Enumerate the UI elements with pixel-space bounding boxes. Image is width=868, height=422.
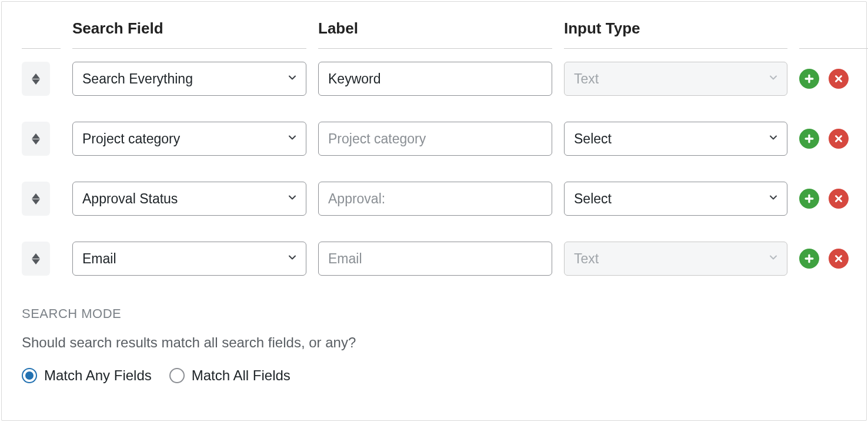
- remove-row-button[interactable]: [829, 69, 849, 89]
- sort-down-icon: [32, 79, 40, 85]
- search-mode-description: Should search results match all search f…: [22, 334, 846, 351]
- add-row-button[interactable]: [799, 249, 819, 269]
- select-value: Text: [574, 251, 599, 267]
- row-actions: [799, 69, 868, 89]
- row-actions: [799, 249, 868, 269]
- select-value: Text: [574, 71, 599, 87]
- drag-handle[interactable]: [22, 122, 50, 156]
- radio-indicator: [169, 368, 185, 383]
- search-fields-panel: Search Field Label Input Type Search Eve…: [1, 1, 867, 421]
- remove-row-button[interactable]: [829, 189, 849, 209]
- search-field-select[interactable]: Email: [72, 242, 306, 276]
- sort-up-icon: [32, 133, 40, 139]
- sort-down-icon: [32, 199, 40, 205]
- row-actions: [799, 189, 868, 209]
- radio-label: Match Any Fields: [44, 367, 152, 384]
- drag-handle[interactable]: [22, 182, 50, 216]
- add-row-button[interactable]: [799, 69, 819, 89]
- radio-match-any[interactable]: Match Any Fields: [22, 367, 152, 384]
- select-value: Select: [574, 131, 612, 147]
- search-field-select[interactable]: Search Everything: [72, 62, 306, 96]
- label-input[interactable]: [318, 242, 552, 276]
- column-header-search-field: Search Field: [72, 19, 306, 49]
- radio-indicator: [22, 368, 37, 383]
- input-type-select: Text: [564, 62, 787, 96]
- remove-row-button[interactable]: [829, 129, 849, 149]
- radio-match-all[interactable]: Match All Fields: [169, 367, 291, 384]
- row-actions: [799, 129, 868, 149]
- header-spacer: [799, 19, 868, 49]
- add-row-button[interactable]: [799, 189, 819, 209]
- sort-up-icon: [32, 253, 40, 259]
- header-spacer: [22, 19, 61, 49]
- column-header-label: Label: [318, 19, 552, 49]
- select-value: Search Everything: [82, 71, 193, 87]
- select-value: Select: [574, 191, 612, 207]
- label-input[interactable]: [318, 182, 552, 216]
- sort-up-icon: [32, 193, 40, 199]
- search-field-select[interactable]: Approval Status: [72, 182, 306, 216]
- search-mode-title: SEARCH MODE: [22, 306, 846, 321]
- radio-label: Match All Fields: [192, 367, 291, 384]
- select-value: Project category: [82, 131, 180, 147]
- remove-row-button[interactable]: [829, 249, 849, 269]
- input-type-select[interactable]: Select: [564, 182, 787, 216]
- search-mode-radio-group: Match Any Fields Match All Fields: [22, 367, 846, 384]
- search-fields-grid: Search Field Label Input Type Search Eve…: [22, 19, 846, 289]
- label-input[interactable]: [318, 62, 552, 96]
- input-type-select[interactable]: Select: [564, 122, 787, 156]
- sort-down-icon: [32, 139, 40, 145]
- sort-down-icon: [32, 259, 40, 264]
- sort-up-icon: [32, 73, 40, 79]
- input-type-select: Text: [564, 242, 787, 276]
- select-value: Approval Status: [82, 191, 178, 207]
- add-row-button[interactable]: [799, 129, 819, 149]
- radio-dot: [25, 371, 34, 380]
- select-value: Email: [82, 251, 116, 267]
- drag-handle[interactable]: [22, 62, 50, 96]
- drag-handle[interactable]: [22, 242, 50, 276]
- label-input[interactable]: [318, 122, 552, 156]
- column-header-input-type: Input Type: [564, 19, 787, 49]
- search-field-select[interactable]: Project category: [72, 122, 306, 156]
